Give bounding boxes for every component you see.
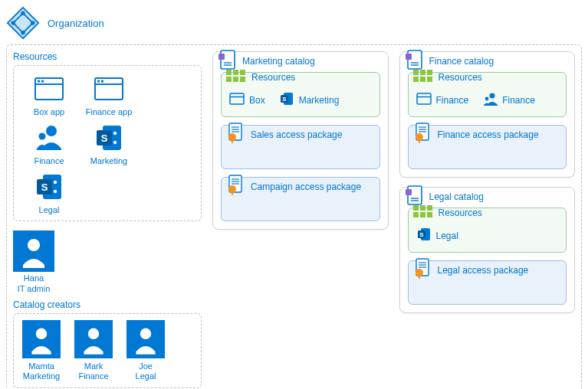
resource-label: Finance app <box>80 107 138 116</box>
creator-name: Joe <box>139 361 153 371</box>
resource-label: Legal <box>20 205 78 214</box>
resources-grid-icon <box>413 205 432 220</box>
creator-name: Mark <box>84 361 103 371</box>
access-package: Finance access package <box>408 125 567 169</box>
catalog-resource-item: Finance <box>482 91 535 109</box>
resources-grid-icon <box>226 70 245 84</box>
finance-catalog: Finance catalog Resources Finance <box>399 51 576 178</box>
app-icon <box>416 92 432 108</box>
catalog-resource-label: Box <box>249 95 265 106</box>
catalog-resources-label: Resources <box>251 72 295 83</box>
resources-label: Resources <box>13 51 202 62</box>
resource-item: Finance app <box>80 72 138 116</box>
catalog-resource-item: Legal <box>416 227 458 244</box>
avatar <box>22 320 61 358</box>
access-package: Campaign access package <box>221 177 380 221</box>
creator-name: Mamta <box>28 361 54 371</box>
resource-label: Box app <box>20 107 78 116</box>
admin-role: IT admin <box>13 284 54 293</box>
certificate-icon <box>413 123 432 146</box>
access-package-label: Sales access package <box>251 129 342 140</box>
catalog-creator: MamtaMarketing <box>20 320 63 381</box>
admin-name: Hana <box>13 273 54 283</box>
avatar <box>13 230 54 272</box>
catalog-resource-label: Finance <box>436 95 469 106</box>
sharepoint-icon <box>416 227 432 244</box>
organization-label: Organization <box>48 18 104 29</box>
resource-label: Marketing <box>80 156 138 165</box>
catalog-title: Finance catalog <box>429 56 494 67</box>
resource-item: Legal <box>20 170 78 214</box>
resource-label: Finance <box>20 156 78 165</box>
catalog-resource-label: Legal <box>436 230 458 241</box>
creator-dept: Marketing <box>23 371 60 381</box>
catalog-resources: Resources Legal <box>408 208 567 253</box>
catalog-title: Legal catalog <box>429 191 484 202</box>
app-icon <box>80 72 138 106</box>
catalog-resources-label: Resources <box>439 208 482 218</box>
catalog-resources: Resources Box Marketing <box>221 72 380 117</box>
creator-dept: Finance <box>78 371 108 381</box>
certificate-icon <box>226 123 245 146</box>
group-icon <box>20 121 78 155</box>
catalog-resources-label: Resources <box>439 72 482 83</box>
catalog-resource-item: Finance <box>416 92 469 108</box>
catalog-resources: Resources Finance Finance <box>408 72 567 117</box>
resource-item: Marketing <box>80 121 138 165</box>
group-icon <box>482 91 498 109</box>
organization-container: Resources Box app Finance app Finance <box>6 44 582 389</box>
marketing-catalog: Marketing catalog Resources Box <box>212 51 389 230</box>
catalog-resource-label: Finance <box>502 95 535 106</box>
catalog-creators-label: Catalog creators <box>13 299 202 310</box>
certificate-icon <box>413 258 432 282</box>
catalog-creator: MarkFinance <box>72 320 115 381</box>
catalog-resource-item: Box <box>229 92 265 108</box>
resources-box: Box app Finance app Finance Marketing <box>13 65 202 221</box>
sharepoint-icon <box>279 91 294 109</box>
sharepoint-icon <box>80 121 138 155</box>
avatar <box>74 320 113 358</box>
catalog-resource-item: Marketing <box>279 91 340 109</box>
it-admin: Hana IT admin <box>13 230 202 293</box>
creator-dept: Legal <box>136 371 156 381</box>
catalog-resource-label: Marketing <box>299 95 340 106</box>
access-package-label: Campaign access package <box>251 181 361 192</box>
avatar <box>126 320 165 358</box>
legal-catalog: Legal catalog Resources Legal <box>399 187 576 313</box>
certificate-icon <box>226 175 245 198</box>
resource-item: Box app <box>20 72 78 116</box>
resources-grid-icon <box>413 70 432 84</box>
catalog-creator: JoeLegal <box>124 320 167 381</box>
app-icon <box>20 72 78 106</box>
sharepoint-icon <box>20 170 78 204</box>
catalog-title: Marketing catalog <box>242 56 315 67</box>
app-icon <box>229 92 245 108</box>
access-package: Sales access package <box>221 125 380 169</box>
access-package-label: Legal access package <box>438 265 529 276</box>
organization-icon <box>6 6 40 40</box>
catalog-creators-box: MamtaMarketing MarkFinance JoeLegal <box>13 313 202 388</box>
resource-item: Finance <box>20 121 78 165</box>
access-package-label: Finance access package <box>438 129 539 140</box>
access-package: Legal access package <box>408 260 567 305</box>
